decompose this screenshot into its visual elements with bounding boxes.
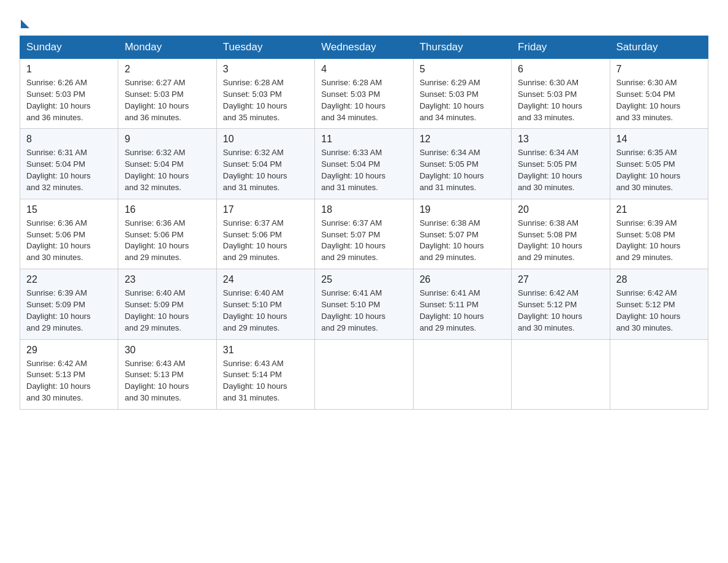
day-number: 12 <box>420 134 505 145</box>
day-info: Sunrise: 6:42 AM Sunset: 5:12 PM Dayligh… <box>616 288 702 334</box>
day-number: 15 <box>26 204 112 215</box>
calendar-cell: 22 Sunrise: 6:39 AM Sunset: 5:09 PM Dayl… <box>20 269 118 339</box>
calendar-week-row: 29 Sunrise: 6:42 AM Sunset: 5:13 PM Dayl… <box>20 339 708 409</box>
day-info: Sunrise: 6:36 AM Sunset: 5:06 PM Dayligh… <box>26 218 112 264</box>
day-number: 7 <box>616 64 702 75</box>
calendar-cell: 24 Sunrise: 6:40 AM Sunset: 5:10 PM Dayl… <box>216 269 314 339</box>
header-monday: Monday <box>118 36 216 59</box>
day-info: Sunrise: 6:35 AM Sunset: 5:05 PM Dayligh… <box>616 147 702 193</box>
calendar-cell: 31 Sunrise: 6:43 AM Sunset: 5:14 PM Dayl… <box>216 339 314 409</box>
day-number: 23 <box>124 274 210 285</box>
calendar-week-row: 8 Sunrise: 6:31 AM Sunset: 5:04 PM Dayli… <box>20 129 708 199</box>
day-info: Sunrise: 6:38 AM Sunset: 5:07 PM Dayligh… <box>420 218 505 264</box>
day-info: Sunrise: 6:32 AM Sunset: 5:04 PM Dayligh… <box>124 147 210 193</box>
calendar-cell <box>315 339 413 409</box>
day-number: 17 <box>223 204 308 215</box>
day-number: 25 <box>321 274 406 285</box>
header-thursday: Thursday <box>413 36 511 59</box>
logo-arrow-icon <box>21 20 29 28</box>
header-saturday: Saturday <box>610 36 708 59</box>
day-info: Sunrise: 6:33 AM Sunset: 5:04 PM Dayligh… <box>321 147 406 193</box>
calendar-cell: 15 Sunrise: 6:36 AM Sunset: 5:06 PM Dayl… <box>20 199 118 269</box>
day-number: 13 <box>518 134 603 145</box>
calendar-week-row: 22 Sunrise: 6:39 AM Sunset: 5:09 PM Dayl… <box>20 269 708 339</box>
day-info: Sunrise: 6:42 AM Sunset: 5:12 PM Dayligh… <box>518 288 603 334</box>
day-number: 22 <box>26 274 112 285</box>
day-info: Sunrise: 6:40 AM Sunset: 5:09 PM Dayligh… <box>124 288 210 334</box>
day-info: Sunrise: 6:29 AM Sunset: 5:03 PM Dayligh… <box>420 77 505 123</box>
calendar-cell: 20 Sunrise: 6:38 AM Sunset: 5:08 PM Dayl… <box>512 199 610 269</box>
calendar-cell: 28 Sunrise: 6:42 AM Sunset: 5:12 PM Dayl… <box>610 269 708 339</box>
day-number: 9 <box>124 134 210 145</box>
day-number: 31 <box>223 345 308 356</box>
calendar-cell: 7 Sunrise: 6:30 AM Sunset: 5:04 PM Dayli… <box>610 59 708 129</box>
calendar-cell: 12 Sunrise: 6:34 AM Sunset: 5:05 PM Dayl… <box>413 129 511 199</box>
day-info: Sunrise: 6:26 AM Sunset: 5:03 PM Dayligh… <box>26 77 112 123</box>
day-info: Sunrise: 6:27 AM Sunset: 5:03 PM Dayligh… <box>124 77 210 123</box>
day-info: Sunrise: 6:40 AM Sunset: 5:10 PM Dayligh… <box>223 288 308 334</box>
header-tuesday: Tuesday <box>216 36 314 59</box>
calendar-cell: 6 Sunrise: 6:30 AM Sunset: 5:03 PM Dayli… <box>512 59 610 129</box>
day-number: 21 <box>616 204 702 215</box>
calendar-cell: 27 Sunrise: 6:42 AM Sunset: 5:12 PM Dayl… <box>512 269 610 339</box>
day-number: 20 <box>518 204 603 215</box>
day-info: Sunrise: 6:39 AM Sunset: 5:08 PM Dayligh… <box>616 218 702 264</box>
calendar-header-row: SundayMondayTuesdayWednesdayThursdayFrid… <box>20 36 708 59</box>
calendar-cell: 3 Sunrise: 6:28 AM Sunset: 5:03 PM Dayli… <box>216 59 314 129</box>
calendar-cell: 11 Sunrise: 6:33 AM Sunset: 5:04 PM Dayl… <box>315 129 413 199</box>
day-info: Sunrise: 6:31 AM Sunset: 5:04 PM Dayligh… <box>26 147 112 193</box>
calendar-week-row: 15 Sunrise: 6:36 AM Sunset: 5:06 PM Dayl… <box>20 199 708 269</box>
day-number: 2 <box>124 64 210 75</box>
day-number: 29 <box>26 345 112 356</box>
calendar-cell: 5 Sunrise: 6:29 AM Sunset: 5:03 PM Dayli… <box>413 59 511 129</box>
calendar-cell: 8 Sunrise: 6:31 AM Sunset: 5:04 PM Dayli… <box>20 129 118 199</box>
calendar-cell: 13 Sunrise: 6:34 AM Sunset: 5:05 PM Dayl… <box>512 129 610 199</box>
day-number: 27 <box>518 274 603 285</box>
calendar-cell: 19 Sunrise: 6:38 AM Sunset: 5:07 PM Dayl… <box>413 199 511 269</box>
calendar-cell: 1 Sunrise: 6:26 AM Sunset: 5:03 PM Dayli… <box>20 59 118 129</box>
day-info: Sunrise: 6:28 AM Sunset: 5:03 PM Dayligh… <box>223 77 308 123</box>
page-header <box>20 15 708 28</box>
day-number: 1 <box>26 64 112 75</box>
day-info: Sunrise: 6:39 AM Sunset: 5:09 PM Dayligh… <box>26 288 112 334</box>
day-info: Sunrise: 6:43 AM Sunset: 5:13 PM Dayligh… <box>124 358 210 404</box>
header-friday: Friday <box>512 36 610 59</box>
day-number: 8 <box>26 134 112 145</box>
calendar-cell: 18 Sunrise: 6:37 AM Sunset: 5:07 PM Dayl… <box>315 199 413 269</box>
day-info: Sunrise: 6:41 AM Sunset: 5:11 PM Dayligh… <box>420 288 505 334</box>
calendar-cell <box>413 339 511 409</box>
day-info: Sunrise: 6:38 AM Sunset: 5:08 PM Dayligh… <box>518 218 603 264</box>
calendar-cell: 29 Sunrise: 6:42 AM Sunset: 5:13 PM Dayl… <box>20 339 118 409</box>
calendar-cell <box>512 339 610 409</box>
day-info: Sunrise: 6:30 AM Sunset: 5:04 PM Dayligh… <box>616 77 702 123</box>
day-number: 4 <box>321 64 406 75</box>
day-number: 19 <box>420 204 505 215</box>
calendar-cell: 26 Sunrise: 6:41 AM Sunset: 5:11 PM Dayl… <box>413 269 511 339</box>
day-info: Sunrise: 6:28 AM Sunset: 5:03 PM Dayligh… <box>321 77 406 123</box>
calendar-cell: 21 Sunrise: 6:39 AM Sunset: 5:08 PM Dayl… <box>610 199 708 269</box>
day-number: 10 <box>223 134 308 145</box>
day-info: Sunrise: 6:42 AM Sunset: 5:13 PM Dayligh… <box>26 358 112 404</box>
day-number: 28 <box>616 274 702 285</box>
day-number: 11 <box>321 134 406 145</box>
day-info: Sunrise: 6:32 AM Sunset: 5:04 PM Dayligh… <box>223 147 308 193</box>
day-number: 14 <box>616 134 702 145</box>
calendar-cell: 9 Sunrise: 6:32 AM Sunset: 5:04 PM Dayli… <box>118 129 216 199</box>
logo <box>20 15 29 28</box>
day-number: 26 <box>420 274 505 285</box>
day-info: Sunrise: 6:34 AM Sunset: 5:05 PM Dayligh… <box>420 147 505 193</box>
day-number: 18 <box>321 204 406 215</box>
header-wednesday: Wednesday <box>315 36 413 59</box>
day-number: 3 <box>223 64 308 75</box>
calendar-cell: 2 Sunrise: 6:27 AM Sunset: 5:03 PM Dayli… <box>118 59 216 129</box>
day-number: 6 <box>518 64 603 75</box>
day-info: Sunrise: 6:30 AM Sunset: 5:03 PM Dayligh… <box>518 77 603 123</box>
calendar-cell: 14 Sunrise: 6:35 AM Sunset: 5:05 PM Dayl… <box>610 129 708 199</box>
day-info: Sunrise: 6:36 AM Sunset: 5:06 PM Dayligh… <box>124 218 210 264</box>
header-sunday: Sunday <box>20 36 118 59</box>
day-info: Sunrise: 6:37 AM Sunset: 5:07 PM Dayligh… <box>321 218 406 264</box>
day-info: Sunrise: 6:37 AM Sunset: 5:06 PM Dayligh… <box>223 218 308 264</box>
day-number: 24 <box>223 274 308 285</box>
day-info: Sunrise: 6:34 AM Sunset: 5:05 PM Dayligh… <box>518 147 603 193</box>
day-number: 5 <box>420 64 505 75</box>
